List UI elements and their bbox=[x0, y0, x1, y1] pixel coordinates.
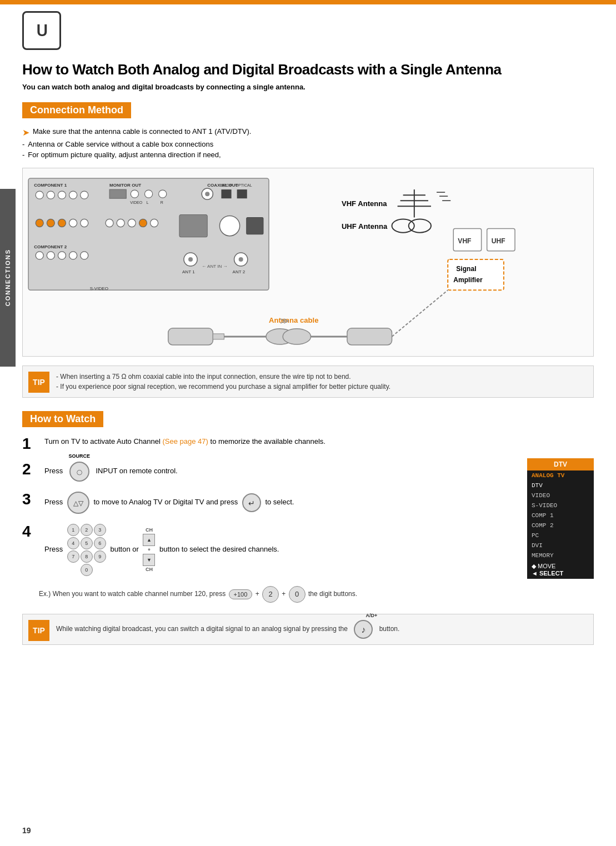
step-3-content: Press △▽ to move to Analog TV or Digital… bbox=[44, 492, 594, 514]
plus100-button[interactable]: +100 bbox=[229, 589, 253, 599]
svg-rect-32 bbox=[179, 215, 207, 237]
num-7[interactable]: 7 bbox=[67, 550, 79, 563]
step-1-link[interactable]: (See page 47) bbox=[162, 437, 208, 445]
ad-button-wrapper: A/D+ ♪ bbox=[352, 620, 375, 639]
tip2-text: While watching digital broadcast, you ca… bbox=[56, 625, 348, 633]
page-subtitle: You can watch both analog and digital br… bbox=[22, 83, 594, 91]
svg-point-42 bbox=[188, 257, 193, 262]
example-text-after: the digit buttons. bbox=[308, 590, 357, 598]
step-4-text: Press bbox=[44, 545, 63, 554]
bullet-section: ➤ Make sure that the antenna cable is co… bbox=[22, 127, 594, 159]
svg-text:← ANT IN →: ← ANT IN → bbox=[202, 264, 227, 269]
svg-point-36 bbox=[36, 252, 43, 259]
svg-text:≫: ≫ bbox=[280, 316, 289, 326]
svg-text:ANT 2: ANT 2 bbox=[233, 269, 246, 274]
svg-line-75 bbox=[392, 291, 448, 337]
main-content: How to Watch Both Analog and Digital Bro… bbox=[22, 61, 594, 656]
step-2-text-after: INPUT on remote control. bbox=[96, 467, 177, 475]
example-text: Ex.) When you want to watch cable channe… bbox=[39, 590, 226, 598]
page-number: 19 bbox=[22, 826, 31, 835]
ad-button[interactable]: ♪ bbox=[354, 620, 373, 639]
nav-button[interactable]: △▽ bbox=[67, 492, 89, 514]
svg-point-17 bbox=[205, 192, 209, 196]
num-0[interactable]: 0 bbox=[81, 564, 93, 576]
top-orange-bar bbox=[0, 0, 616, 4]
svg-point-40 bbox=[81, 252, 88, 259]
step-4-number: 4 bbox=[22, 524, 39, 539]
svg-text:Amplifier: Amplifier bbox=[453, 276, 483, 284]
ch-up-button[interactable]: ▲ bbox=[143, 534, 155, 546]
how-to-watch-header: How to Watch bbox=[22, 411, 103, 427]
svg-point-22 bbox=[36, 219, 43, 227]
svg-point-37 bbox=[47, 252, 54, 259]
svg-text:L: L bbox=[147, 201, 149, 204]
num-3[interactable]: 3 bbox=[94, 524, 106, 536]
svg-text:R: R bbox=[161, 201, 163, 204]
num-4[interactable]: 4 bbox=[67, 537, 79, 549]
svg-point-46 bbox=[239, 257, 243, 262]
source-button[interactable]: ◯ bbox=[69, 462, 89, 482]
svg-text:MONITOR OUT: MONITOR OUT bbox=[109, 183, 141, 188]
svg-point-11 bbox=[144, 190, 152, 198]
svg-point-13 bbox=[159, 190, 167, 198]
step-3-number: 3 bbox=[22, 492, 39, 507]
step-4-text-mid: button or bbox=[110, 545, 138, 554]
svg-point-26 bbox=[81, 219, 88, 227]
svg-point-59 bbox=[409, 219, 431, 233]
step-2-text: Press bbox=[44, 467, 63, 475]
bullet-item-2: - Antenna or Cable service without a cab… bbox=[22, 140, 594, 148]
num-9[interactable]: 9 bbox=[94, 550, 106, 563]
svg-text:UHF: UHF bbox=[492, 237, 505, 245]
sidebar-label: CONNECTIONS bbox=[4, 249, 11, 306]
step-2-content: Press SOURCE ◯ INPUT on remote control. bbox=[44, 462, 594, 482]
num-5[interactable]: 5 bbox=[81, 537, 93, 549]
bullet-text-2: Antenna or Cable service without a cable… bbox=[28, 140, 213, 148]
num-1[interactable]: 1 bbox=[67, 524, 79, 536]
tip1-line1: - When inserting a 75 Ω ohm coaxial cabl… bbox=[56, 372, 585, 382]
svg-point-33 bbox=[219, 216, 239, 236]
svg-rect-74 bbox=[347, 328, 392, 345]
svg-text:ANT 1: ANT 1 bbox=[182, 269, 195, 274]
dtv-item-dtv: DTV bbox=[527, 480, 594, 490]
tip-badge-1: TIP bbox=[28, 372, 49, 393]
tip-badge-2: TIP bbox=[28, 620, 49, 641]
steps-container: DTV ANALOG TV DTV VIDEO S-VIDEO COMP 1 C… bbox=[22, 436, 594, 603]
svg-point-72 bbox=[283, 329, 310, 344]
bullet-text-3: For optimum picture quality, adjust ante… bbox=[28, 151, 221, 159]
step-1-number: 1 bbox=[22, 436, 39, 452]
ch-down-button[interactable]: ▼ bbox=[143, 554, 155, 566]
num-2[interactable]: 2 bbox=[81, 524, 93, 536]
how-to-watch-section: How to Watch DTV ANALOG TV DTV VIDEO S-V… bbox=[22, 411, 594, 603]
bullet-item-1: ➤ Make sure that the antenna cable is co… bbox=[22, 127, 594, 138]
svg-rect-64 bbox=[448, 259, 504, 290]
ch-label: CH bbox=[146, 527, 153, 534]
plus-sign-1: + bbox=[256, 590, 261, 598]
step-2: 2 Press SOURCE ◯ INPUT on remote control… bbox=[22, 462, 594, 482]
digit-2-button[interactable]: 2 bbox=[262, 586, 279, 603]
bullet-item-3: - For optimum picture quality, adjust an… bbox=[22, 151, 594, 159]
svg-text:UHF Antenna: UHF Antenna bbox=[342, 222, 388, 231]
svg-text:VHF: VHF bbox=[458, 237, 471, 245]
svg-rect-69 bbox=[213, 334, 224, 339]
svg-point-28 bbox=[117, 219, 124, 227]
dash-icon-1: - bbox=[22, 140, 24, 148]
svg-point-6 bbox=[81, 191, 88, 199]
step-4-content: Press 1 2 3 4 5 6 7 8 9 0 bbox=[44, 524, 594, 576]
digit-0-button[interactable]: 0 bbox=[289, 586, 306, 603]
svg-text:S-VIDEO: S-VIDEO bbox=[90, 287, 108, 292]
step-4: 4 Press 1 2 3 4 5 6 7 8 9 bbox=[22, 524, 594, 576]
svg-point-3 bbox=[47, 191, 54, 199]
svg-text:VIDEO: VIDEO bbox=[130, 201, 142, 204]
enter-button[interactable]: ↵ bbox=[242, 493, 261, 512]
num-6[interactable]: 6 bbox=[94, 537, 106, 549]
svg-point-30 bbox=[139, 219, 147, 227]
svg-point-25 bbox=[69, 219, 77, 227]
logo-box: ᑌ bbox=[22, 11, 61, 50]
svg-rect-68 bbox=[168, 328, 213, 345]
step-1-text: Turn on TV to activate Auto Channel bbox=[44, 437, 161, 445]
num-8[interactable]: 8 bbox=[81, 550, 93, 563]
svg-rect-19 bbox=[221, 189, 231, 198]
svg-point-38 bbox=[58, 252, 66, 259]
svg-point-4 bbox=[58, 191, 66, 199]
source-label: SOURCE bbox=[69, 453, 91, 460]
